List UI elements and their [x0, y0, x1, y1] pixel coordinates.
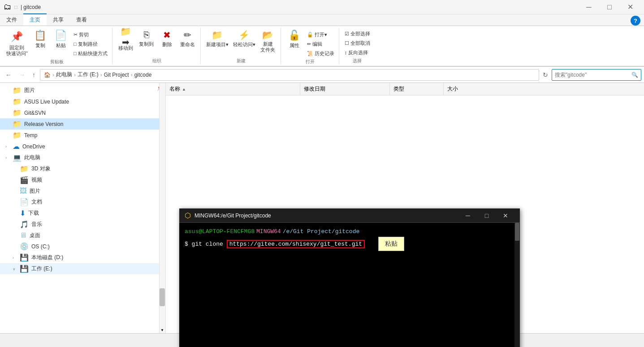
breadcrumb-home: 🏠	[44, 72, 51, 78]
easy-access-button[interactable]: ⚡ 轻松访问▾	[231, 29, 257, 49]
tab-view[interactable]: 查看	[70, 14, 93, 26]
history-button[interactable]: 📜 历史记录	[305, 49, 336, 58]
edit-button[interactable]: ✏ 编辑	[305, 40, 336, 48]
sidebar-scrollbar-thumb[interactable]	[160, 288, 165, 306]
folder-icon: 📁	[20, 165, 29, 173]
disk-icon: 💾	[20, 265, 29, 273]
back-button[interactable]: ←	[3, 69, 14, 80]
folder-icon: 📄	[20, 198, 29, 206]
sidebar-item-video[interactable]: 🎬 视频	[0, 174, 165, 186]
paste-tooltip[interactable]: 粘贴	[378, 237, 404, 251]
search-icon: 🔍	[631, 72, 638, 78]
sidebar-item-diskd[interactable]: › 💾 本地磁盘 (D:)	[0, 252, 165, 263]
new-folder-button[interactable]: 📂 新建文件夹	[258, 29, 278, 54]
sidebar-item-documents[interactable]: 📄 文档	[0, 196, 165, 208]
move-to-button[interactable]: 📁➡ 移动到	[116, 29, 136, 52]
sidebar-scrollbar[interactable]: ▼	[159, 83, 165, 333]
search-input[interactable]	[555, 72, 630, 78]
terminal-close[interactable]: ✕	[497, 208, 514, 223]
sidebar-item-asus[interactable]: 📁 ASUS Live Update	[0, 96, 165, 107]
sidebar-item-label: 桌面	[30, 232, 40, 239]
sidebar-item-label: ASUS Live Update	[24, 99, 69, 105]
sidebar-item-pictures2[interactable]: 🖼 图片	[0, 186, 165, 196]
pin-button[interactable]: 📌 固定到快速访问"	[4, 29, 30, 57]
cut-button[interactable]: ✂ 剪切	[72, 30, 109, 39]
group-new: 📁 新建项目▾ ⚡ 轻松访问▾ 📂 新建文件夹 新建	[202, 28, 281, 64]
group-select: ☑ 全部选择 ☐ 全部取消 ↕ 反向选择 选择	[340, 28, 375, 64]
help-button[interactable]: ?	[631, 16, 640, 26]
breadcrumb-gitproject[interactable]: Git Project	[104, 72, 129, 78]
search-box: 🔍	[552, 69, 641, 81]
col-header-date[interactable]: 修改日期	[300, 83, 390, 95]
group-open: 🔓 属性 🔓 打开▾ ✏ 编辑 📜 历史记录 打开	[282, 28, 339, 64]
title-bar-left: 🗂 □ | gitcode	[4, 2, 41, 12]
sidebar-item-gitsvn[interactable]: 📁 Git&SVN	[0, 107, 165, 118]
terminal-window: ⬡ MINGW64:/e/Git Project/gitcode ─ □ ✕ a…	[179, 208, 520, 347]
copy-to-button[interactable]: ⎘ 复制到	[137, 29, 156, 48]
paste-shortcut-button[interactable]: □ 粘贴快捷方式	[72, 49, 109, 58]
terminal-scrollbar-thumb[interactable]	[515, 223, 519, 241]
invert-selection-button[interactable]: ↕ 反向选择	[343, 48, 372, 57]
folder-icon: 🎵	[20, 220, 29, 229]
col-header-name[interactable]: 名称 ▲	[166, 83, 300, 95]
ribbon-help-area: ?	[631, 16, 644, 26]
sidebar-item-label: 3D 对象	[31, 165, 51, 173]
tab-home[interactable]: 主页	[23, 13, 47, 26]
sidebar-item-diske[interactable]: ∨ 💾 工作 (E:)	[0, 263, 165, 274]
rename-button[interactable]: ✏ 重命名	[178, 29, 198, 49]
terminal-user: asus@LAPTOP-FENCFMG8	[185, 228, 255, 235]
tab-file[interactable]: 文件	[0, 14, 23, 26]
col-header-size[interactable]: 大小	[444, 83, 497, 95]
title-bar-folder-icon: 🗂	[4, 2, 12, 12]
breadcrumb-computer[interactable]: 此电脑	[56, 71, 72, 78]
forward-button[interactable]: →	[16, 69, 28, 80]
open-button[interactable]: 🔓 打开▾	[305, 30, 336, 39]
up-button[interactable]: ↑	[30, 69, 38, 80]
sidebar-item-temp[interactable]: 📁 Temp	[0, 130, 165, 141]
sidebar-item-label: 本地磁盘 (D:)	[31, 254, 63, 261]
sidebar-item-label: 图片	[24, 87, 35, 94]
terminal-maximize[interactable]: □	[478, 208, 496, 223]
sidebar-scroll-down[interactable]: ▼	[159, 327, 165, 333]
deselect-all-button[interactable]: ☐ 全部取消	[343, 39, 372, 48]
file-header: 名称 ▲ 修改日期 类型 大小	[166, 83, 644, 95]
copy-path-button[interactable]: □ 复制路径	[72, 40, 109, 48]
sidebar-item-computer[interactable]: › 💻 此电脑	[0, 152, 165, 163]
properties-button[interactable]: 🔓 属性	[285, 29, 304, 50]
ribbon-content: 📌 固定到快速访问" 📋 复制 📄 粘贴 ✂ 剪切	[0, 26, 644, 66]
sidebar-item-label: OS (C:)	[31, 243, 50, 250]
sidebar-item-release[interactable]: 📁 Release Version	[0, 118, 165, 130]
new-item-button[interactable]: 📁 新建项目▾	[204, 29, 230, 49]
sidebar-item-downloads[interactable]: ⬇ 下载	[0, 208, 165, 219]
breadcrumb[interactable]: 🏠 › 此电脑 › 工作 (E:) › Git Project › gitcod…	[40, 69, 539, 81]
sidebar-item-pictures[interactable]: 📁 图片	[0, 85, 165, 96]
breadcrumb-gitcode[interactable]: gitcode	[134, 72, 152, 78]
terminal-scrollbar[interactable]	[514, 223, 520, 347]
paste-tooltip-label[interactable]: 粘贴	[378, 237, 404, 251]
sidebar-item-onedrive[interactable]: › ☁ OneDrive	[0, 141, 165, 152]
title-bar-label: □ | gitcode	[14, 4, 41, 10]
sidebar-item-osc[interactable]: 💿 OS (C:)	[0, 241, 165, 252]
col-date-label: 修改日期	[304, 85, 325, 93]
minimize-button[interactable]: ─	[579, 0, 599, 14]
close-button[interactable]: ✕	[620, 0, 640, 14]
ribbon: 文件 主页 共享 查看 ? 📌 固定到快速访问" 📋 复制	[0, 14, 644, 67]
copy-button[interactable]: 📋 复制	[30, 29, 50, 50]
delete-button[interactable]: ✖ 删除	[157, 29, 177, 49]
breadcrumb-drive[interactable]: 工作 (E:)	[78, 71, 99, 78]
terminal-minimize[interactable]: ─	[459, 208, 477, 223]
sidebar-item-3d[interactable]: 📁 3D 对象	[0, 163, 165, 174]
col-header-type[interactable]: 类型	[390, 83, 444, 95]
folder-icon: 🖼	[20, 187, 27, 195]
tab-share[interactable]: 共享	[47, 14, 70, 26]
maximize-button[interactable]: □	[599, 0, 620, 14]
paste-button[interactable]: 📄 粘贴	[51, 29, 71, 50]
select-all-button[interactable]: ☑ 全部选择	[343, 30, 372, 38]
sidebar-item-music[interactable]: 🎵 音乐	[0, 219, 165, 230]
refresh-button[interactable]: ↻	[541, 69, 550, 80]
group-organize-label: 组织	[152, 57, 161, 64]
sidebar-item-label: Temp	[24, 132, 37, 139]
folder-icon: 🖥	[20, 231, 27, 239]
terminal-title: ⬡ MINGW64:/e/Git Project/gitcode	[185, 211, 271, 220]
sidebar-item-desktop[interactable]: 🖥 桌面	[0, 230, 165, 241]
